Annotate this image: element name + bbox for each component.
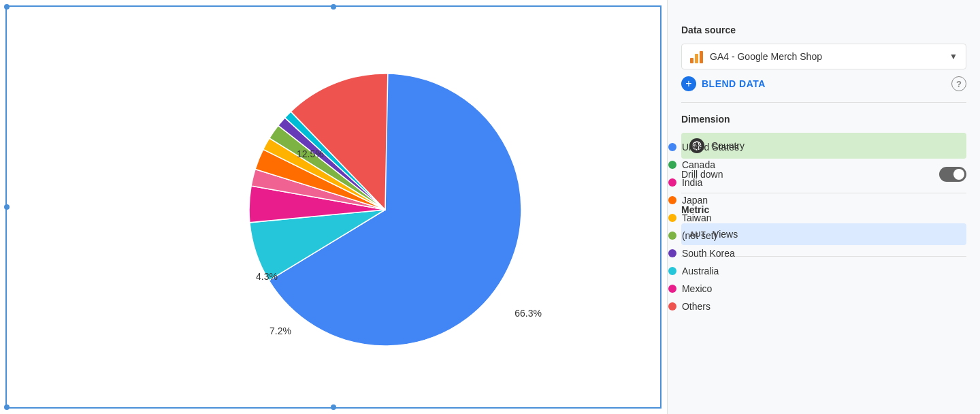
pie-chart[interactable]: 12.5% 4.3% 7.2% 66.3% United StatesCanad…	[235, 60, 562, 387]
resize-handle-bm[interactable]	[331, 404, 336, 410]
blend-data-row[interactable]: + BLEND DATA ?	[681, 76, 966, 91]
pie-svg	[235, 60, 562, 387]
legend-dot	[668, 302, 676, 310]
bar-chart-icon	[690, 50, 703, 63]
pie-label-others: 12.5%	[297, 148, 324, 159]
legend-dot	[668, 214, 676, 222]
legend-item: Mexico	[668, 283, 739, 294]
blend-data-label[interactable]: BLEND DATA	[702, 78, 766, 89]
legend-item: India	[668, 177, 739, 188]
data-source-section: Data source GA4 - Google Merch Shop ▼ + …	[681, 14, 966, 103]
chart-panel: 12.5% 4.3% 7.2% 66.3% United StatesCanad…	[5, 5, 662, 409]
legend-item: Australia	[668, 266, 739, 276]
legend-item: Japan	[668, 195, 739, 206]
legend-label: Mexico	[682, 283, 712, 294]
resize-handle-bl[interactable]	[4, 404, 10, 410]
legend-item: South Korea	[668, 248, 739, 259]
data-source-row[interactable]: GA4 - Google Merch Shop ▼	[681, 44, 966, 69]
legend-dot	[668, 196, 676, 204]
pie-label-india: 4.3%	[256, 271, 278, 282]
legend-dot	[668, 249, 676, 257]
legend-label: South Korea	[682, 248, 735, 259]
legend-item: Canada	[668, 159, 739, 170]
legend-item: (not set)	[668, 230, 739, 241]
blend-plus-icon: +	[681, 76, 696, 91]
help-icon[interactable]: ?	[951, 76, 966, 91]
resize-handle-ml[interactable]	[4, 204, 10, 210]
dimension-title: Dimension	[681, 114, 966, 125]
legend-label: Australia	[682, 266, 719, 276]
legend-label: (not set)	[682, 230, 717, 241]
legend-label: Japan	[682, 195, 708, 206]
legend-label: Canada	[682, 159, 715, 170]
legend-dot	[668, 143, 676, 151]
chart-container: 12.5% 4.3% 7.2% 66.3% United StatesCanad…	[235, 60, 562, 387]
chart-legend: United StatesCanadaIndiaJapanTaiwan(not …	[668, 142, 739, 312]
legend-label: United States	[682, 142, 739, 153]
legend-item: Others	[668, 301, 739, 312]
legend-label: India	[682, 177, 702, 188]
legend-item: Taiwan	[668, 212, 739, 223]
dropdown-arrow-icon[interactable]: ▼	[949, 52, 958, 61]
resize-handle-tm[interactable]	[331, 4, 336, 10]
legend-label: Taiwan	[682, 212, 712, 223]
legend-dot	[668, 267, 676, 275]
legend-item: United States	[668, 142, 739, 153]
legend-dot	[668, 178, 676, 187]
resize-handle-tl[interactable]	[4, 4, 10, 10]
data-source-name: GA4 - Google Merch Shop	[710, 51, 943, 62]
legend-dot	[668, 232, 676, 240]
data-source-title: Data source	[681, 25, 966, 35]
drill-down-toggle[interactable]	[939, 167, 966, 182]
legend-label: Others	[682, 301, 710, 312]
legend-dot	[668, 161, 676, 169]
pie-label-canada: 7.2%	[270, 325, 291, 336]
legend-dot	[668, 285, 676, 293]
pie-label-us: 66.3%	[514, 308, 542, 319]
